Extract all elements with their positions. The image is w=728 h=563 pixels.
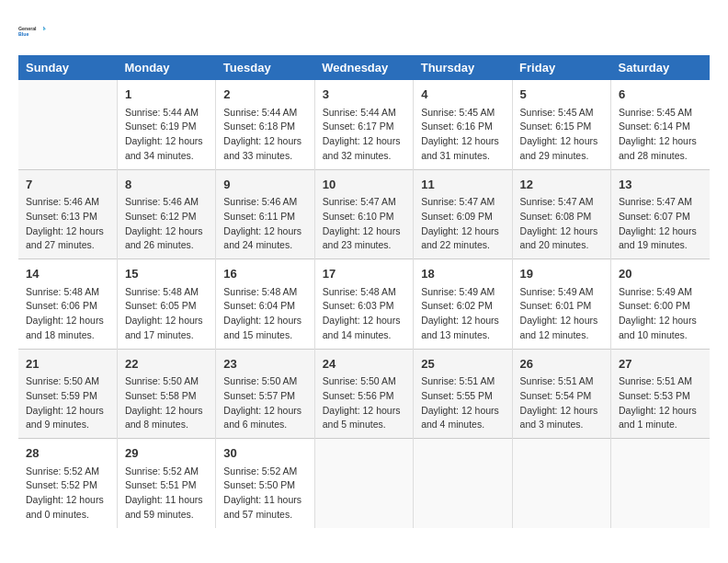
day-number: 3 <box>323 86 405 104</box>
header-cell-tuesday: Tuesday <box>216 55 314 80</box>
header-cell-monday: Monday <box>117 55 215 80</box>
day-number: 14 <box>26 265 109 283</box>
day-detail: Sunrise: 5:44 AM Sunset: 6:19 PM Dayligh… <box>125 106 208 164</box>
day-number: 28 <box>26 444 109 463</box>
day-detail: Sunrise: 5:48 AM Sunset: 6:06 PM Dayligh… <box>26 285 109 343</box>
day-cell: 29Sunrise: 5:52 AM Sunset: 5:51 PM Dayli… <box>117 439 215 528</box>
day-detail: Sunrise: 5:47 AM Sunset: 6:07 PM Dayligh… <box>619 195 702 253</box>
day-cell: 30Sunrise: 5:52 AM Sunset: 5:50 PM Dayli… <box>216 439 314 528</box>
logo: General Blue <box>18 18 46 46</box>
day-detail: Sunrise: 5:49 AM Sunset: 6:01 PM Dayligh… <box>520 285 603 343</box>
day-cell: 26Sunrise: 5:51 AM Sunset: 5:54 PM Dayli… <box>512 349 610 439</box>
day-detail: Sunrise: 5:49 AM Sunset: 6:00 PM Dayligh… <box>619 285 702 343</box>
day-number: 8 <box>125 176 208 194</box>
day-cell: 2Sunrise: 5:44 AM Sunset: 6:18 PM Daylig… <box>216 80 314 169</box>
day-number: 18 <box>421 265 504 283</box>
day-detail: Sunrise: 5:47 AM Sunset: 6:09 PM Dayligh… <box>421 195 504 253</box>
day-number: 1 <box>125 86 208 104</box>
day-cell: 19Sunrise: 5:49 AM Sunset: 6:01 PM Dayli… <box>512 259 610 350</box>
svg-text:Blue: Blue <box>18 31 28 37</box>
day-detail: Sunrise: 5:52 AM Sunset: 5:51 PM Dayligh… <box>125 465 208 523</box>
day-detail: Sunrise: 5:44 AM Sunset: 6:18 PM Dayligh… <box>223 106 306 164</box>
day-detail: Sunrise: 5:45 AM Sunset: 6:15 PM Dayligh… <box>520 106 603 164</box>
day-cell: 14Sunrise: 5:48 AM Sunset: 6:06 PM Dayli… <box>18 259 117 350</box>
day-cell: 18Sunrise: 5:49 AM Sunset: 6:02 PM Dayli… <box>414 259 512 350</box>
day-cell: 24Sunrise: 5:50 AM Sunset: 5:56 PM Dayli… <box>314 349 413 439</box>
day-cell: 1Sunrise: 5:44 AM Sunset: 6:19 PM Daylig… <box>117 80 215 169</box>
day-cell: 15Sunrise: 5:48 AM Sunset: 6:05 PM Dayli… <box>117 259 215 350</box>
day-number: 20 <box>619 265 702 283</box>
day-detail: Sunrise: 5:51 AM Sunset: 5:54 PM Dayligh… <box>520 374 603 432</box>
day-cell <box>18 80 117 169</box>
day-detail: Sunrise: 5:48 AM Sunset: 6:05 PM Dayligh… <box>125 285 208 343</box>
header-cell-thursday: Thursday <box>414 55 512 80</box>
day-detail: Sunrise: 5:51 AM Sunset: 5:55 PM Dayligh… <box>421 374 504 432</box>
day-cell: 23Sunrise: 5:50 AM Sunset: 5:57 PM Dayli… <box>216 349 314 439</box>
day-cell <box>512 439 610 528</box>
day-cell: 13Sunrise: 5:47 AM Sunset: 6:07 PM Dayli… <box>611 169 710 259</box>
day-number: 4 <box>421 86 504 104</box>
day-cell: 22Sunrise: 5:50 AM Sunset: 5:58 PM Dayli… <box>117 349 215 439</box>
day-detail: Sunrise: 5:50 AM Sunset: 5:59 PM Dayligh… <box>26 374 109 432</box>
day-cell: 20Sunrise: 5:49 AM Sunset: 6:00 PM Dayli… <box>611 259 710 350</box>
day-number: 12 <box>520 176 603 194</box>
day-number: 7 <box>26 176 109 194</box>
day-cell: 16Sunrise: 5:48 AM Sunset: 6:04 PM Dayli… <box>216 259 314 350</box>
day-number: 16 <box>223 265 306 283</box>
header-row: SundayMondayTuesdayWednesdayThursdayFrid… <box>18 55 710 80</box>
day-cell <box>414 439 512 528</box>
day-number: 27 <box>619 355 702 373</box>
day-detail: Sunrise: 5:50 AM Sunset: 5:56 PM Dayligh… <box>323 374 405 432</box>
day-cell: 27Sunrise: 5:51 AM Sunset: 5:53 PM Dayli… <box>611 349 710 439</box>
logo-icon: General Blue <box>18 18 46 46</box>
day-cell: 28Sunrise: 5:52 AM Sunset: 5:52 PM Dayli… <box>18 439 117 528</box>
day-cell: 11Sunrise: 5:47 AM Sunset: 6:09 PM Dayli… <box>414 169 512 259</box>
day-detail: Sunrise: 5:51 AM Sunset: 5:53 PM Dayligh… <box>619 374 702 432</box>
day-cell: 10Sunrise: 5:47 AM Sunset: 6:10 PM Dayli… <box>314 169 413 259</box>
week-row-4: 21Sunrise: 5:50 AM Sunset: 5:59 PM Dayli… <box>18 349 710 439</box>
day-cell: 9Sunrise: 5:46 AM Sunset: 6:11 PM Daylig… <box>216 169 314 259</box>
day-number: 19 <box>520 265 603 283</box>
day-detail: Sunrise: 5:52 AM Sunset: 5:52 PM Dayligh… <box>26 465 109 523</box>
header-cell-sunday: Sunday <box>18 55 117 80</box>
day-detail: Sunrise: 5:50 AM Sunset: 5:57 PM Dayligh… <box>223 374 306 432</box>
day-cell: 3Sunrise: 5:44 AM Sunset: 6:17 PM Daylig… <box>314 80 413 169</box>
day-cell: 21Sunrise: 5:50 AM Sunset: 5:59 PM Dayli… <box>18 349 117 439</box>
svg-text:General: General <box>18 26 37 31</box>
day-detail: Sunrise: 5:50 AM Sunset: 5:58 PM Dayligh… <box>125 374 208 432</box>
day-number: 24 <box>323 355 405 373</box>
day-detail: Sunrise: 5:48 AM Sunset: 6:04 PM Dayligh… <box>223 285 306 343</box>
header-cell-saturday: Saturday <box>611 55 710 80</box>
header-cell-friday: Friday <box>512 55 610 80</box>
week-row-1: 1Sunrise: 5:44 AM Sunset: 6:19 PM Daylig… <box>18 80 710 169</box>
day-cell: 5Sunrise: 5:45 AM Sunset: 6:15 PM Daylig… <box>512 80 610 169</box>
day-cell <box>314 439 413 528</box>
day-number: 21 <box>26 355 109 373</box>
day-number: 30 <box>223 444 306 463</box>
day-detail: Sunrise: 5:47 AM Sunset: 6:10 PM Dayligh… <box>323 195 405 253</box>
day-number: 22 <box>125 355 208 373</box>
day-cell: 12Sunrise: 5:47 AM Sunset: 6:08 PM Dayli… <box>512 169 610 259</box>
day-cell: 4Sunrise: 5:45 AM Sunset: 6:16 PM Daylig… <box>414 80 512 169</box>
day-detail: Sunrise: 5:46 AM Sunset: 6:11 PM Dayligh… <box>223 195 306 253</box>
day-detail: Sunrise: 5:46 AM Sunset: 6:12 PM Dayligh… <box>125 195 208 253</box>
day-number: 26 <box>520 355 603 373</box>
day-detail: Sunrise: 5:48 AM Sunset: 6:03 PM Dayligh… <box>323 285 405 343</box>
week-row-2: 7Sunrise: 5:46 AM Sunset: 6:13 PM Daylig… <box>18 169 710 259</box>
calendar-header: SundayMondayTuesdayWednesdayThursdayFrid… <box>18 55 710 80</box>
header-cell-wednesday: Wednesday <box>314 55 413 80</box>
day-detail: Sunrise: 5:45 AM Sunset: 6:16 PM Dayligh… <box>421 106 504 164</box>
day-number: 9 <box>223 176 306 194</box>
day-cell: 7Sunrise: 5:46 AM Sunset: 6:13 PM Daylig… <box>18 169 117 259</box>
day-number: 23 <box>223 355 306 373</box>
calendar-table: SundayMondayTuesdayWednesdayThursdayFrid… <box>18 55 710 528</box>
day-number: 10 <box>323 176 405 194</box>
day-detail: Sunrise: 5:49 AM Sunset: 6:02 PM Dayligh… <box>421 285 504 343</box>
day-cell: 8Sunrise: 5:46 AM Sunset: 6:12 PM Daylig… <box>117 169 215 259</box>
week-row-3: 14Sunrise: 5:48 AM Sunset: 6:06 PM Dayli… <box>18 259 710 350</box>
day-number: 2 <box>223 86 306 104</box>
week-row-5: 28Sunrise: 5:52 AM Sunset: 5:52 PM Dayli… <box>18 439 710 528</box>
day-cell <box>611 439 710 528</box>
day-detail: Sunrise: 5:44 AM Sunset: 6:17 PM Dayligh… <box>323 106 405 164</box>
day-cell: 17Sunrise: 5:48 AM Sunset: 6:03 PM Dayli… <box>314 259 413 350</box>
